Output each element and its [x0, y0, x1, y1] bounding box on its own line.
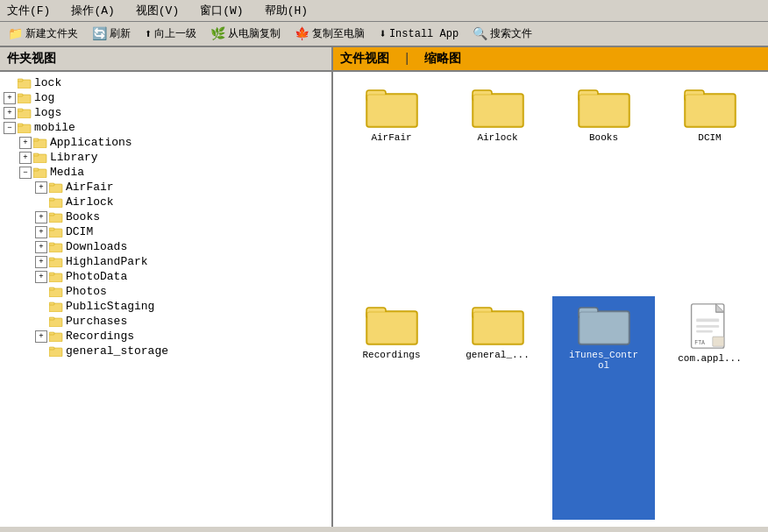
file-item-comappl[interactable]: FTA com.appl...: [658, 296, 761, 521]
refresh-label: 刷新: [110, 26, 131, 41]
svg-rect-7: [18, 124, 23, 126]
tree-item-airfair[interactable]: + AirFair: [0, 180, 331, 195]
folder-tree[interactable]: lock+ log+ logs− mobile+ Applications+ L…: [0, 72, 331, 527]
svg-rect-5: [18, 109, 23, 111]
folder-icon-downloads: [49, 241, 63, 252]
file-view-tab[interactable]: 文件视图: [340, 51, 389, 67]
tree-label-recordings: Recordings: [66, 330, 134, 343]
tree-item-media[interactable]: − Media: [0, 165, 331, 180]
tree-expander-highlandpark[interactable]: +: [35, 256, 47, 268]
tree-item-dcim[interactable]: + DCIM: [0, 224, 331, 239]
file-label-itunescontrol: iTunes_Control: [569, 350, 639, 371]
file-label-airfair: AirFair: [371, 132, 411, 143]
tree-item-lock[interactable]: lock: [0, 75, 331, 90]
file-item-airfair[interactable]: AirFair: [340, 79, 443, 293]
tree-item-highlandpark[interactable]: + HighlandPark: [0, 254, 331, 269]
tree-expander-airfair[interactable]: +: [35, 181, 47, 194]
tree-label-dcim: DCIM: [66, 225, 93, 238]
tree-item-books[interactable]: + Books: [0, 209, 331, 224]
folder-icon-books: [49, 211, 63, 223]
file-item-itunescontrol[interactable]: iTunes_Control: [552, 296, 655, 521]
menu-file[interactable]: 文件(F): [4, 2, 53, 19]
folder-icon-highlandpark: [49, 256, 63, 267]
tree-expander-logs[interactable]: +: [4, 107, 16, 119]
file-item-recordings[interactable]: Recordings: [340, 296, 443, 521]
main-area: 件夹视图 lock+ log+ logs− mobile+ Applicatio…: [0, 47, 768, 527]
file-item-books[interactable]: Books: [552, 79, 655, 293]
tree-label-photos: Photos: [66, 285, 107, 298]
up-level-button[interactable]: ⬆ 向上一级: [140, 25, 201, 43]
search-label: 搜索文件: [490, 26, 532, 41]
file-item-dcim[interactable]: DCIM: [658, 79, 761, 293]
folder-icon-logs: [18, 107, 32, 118]
file-item-general[interactable]: general_...: [446, 296, 549, 521]
install-app-button[interactable]: ⬇ Install App: [374, 25, 463, 43]
new-folder-label: 新建文件夹: [25, 26, 78, 41]
copy-to-pc-button[interactable]: 🍁 复制至电脑: [290, 25, 369, 43]
tree-expander-dcim[interactable]: +: [35, 226, 47, 238]
toolbar: 📁 新建文件夹 🔄 刷新 ⬆ 向上一级 🌿 从电脑复制 🍁 复制至电脑 ⬇ In…: [0, 22, 768, 47]
folder-icon-log: [18, 92, 32, 103]
tree-item-publicstaging[interactable]: PublicStaging: [0, 299, 331, 314]
install-app-label: Install App: [389, 28, 459, 40]
folder-icon-media: [33, 167, 47, 178]
tree-item-recordings[interactable]: + Recordings: [0, 329, 331, 344]
tree-expander-mobile[interactable]: −: [4, 122, 16, 134]
svg-text:FTA: FTA: [694, 340, 705, 346]
tree-item-mobile[interactable]: − mobile: [0, 120, 331, 135]
menu-window[interactable]: 窗口(W): [196, 2, 246, 19]
folder-icon-airfair: [49, 181, 63, 193]
tree-expander-library[interactable]: +: [19, 152, 32, 164]
tree-item-photos[interactable]: Photos: [0, 284, 331, 299]
menu-help[interactable]: 帮助(H): [261, 2, 311, 19]
tree-expander-applications[interactable]: +: [19, 137, 32, 149]
file-icon-comappl: FTA: [688, 302, 732, 350]
search-icon: 🔍: [473, 26, 487, 41]
folder-icon-large-recordings: [366, 302, 418, 346]
tree-item-purchases[interactable]: Purchases: [0, 314, 331, 329]
folder-icon-dcim: [49, 226, 63, 238]
refresh-button[interactable]: 🔄 刷新: [88, 25, 135, 43]
tree-item-airlock[interactable]: Airlock: [0, 195, 331, 209]
file-grid: AirFair Airlock Books DCIM Recordings ge…: [333, 72, 768, 527]
menu-action[interactable]: 操作(A): [68, 2, 117, 19]
tree-label-lock: lock: [34, 76, 61, 89]
tree-expander-books[interactable]: +: [35, 211, 47, 223]
tree-label-logs: logs: [34, 106, 61, 119]
thumb-view-tab[interactable]: 缩略图: [424, 51, 461, 67]
tree-item-logs[interactable]: + logs: [0, 105, 331, 120]
tree-expander-recordings[interactable]: +: [35, 330, 47, 343]
menu-view[interactable]: 视图(V): [132, 2, 182, 19]
tree-label-highlandpark: HighlandPark: [66, 255, 148, 268]
tree-item-downloads[interactable]: + Downloads: [0, 239, 331, 254]
folder-icon-large-dcim: [684, 85, 736, 129]
tree-item-applications[interactable]: + Applications: [0, 135, 331, 150]
tree-expander-downloads[interactable]: +: [35, 241, 47, 253]
tree-item-generalstorage[interactable]: general_storage: [0, 344, 331, 358]
file-panel-header: 文件视图 | 缩略图: [333, 47, 768, 72]
tree-expander-photodata[interactable]: +: [35, 271, 47, 283]
tree-label-airfair: AirFair: [66, 181, 114, 194]
svg-rect-15: [49, 183, 54, 186]
folder-icon-recordings: [49, 330, 63, 342]
tree-label-mobile: mobile: [34, 121, 75, 134]
new-folder-button[interactable]: 📁 新建文件夹: [4, 25, 82, 43]
svg-rect-9: [33, 138, 39, 141]
svg-rect-64: [696, 325, 719, 328]
copy-to-pc-icon: 🍁: [295, 26, 309, 41]
folder-icon-large-general: [472, 302, 524, 346]
svg-rect-29: [49, 287, 54, 290]
tree-label-applications: Applications: [50, 136, 132, 149]
tree-expander-log[interactable]: +: [4, 92, 16, 104]
tree-label-photodata: PhotoData: [66, 270, 127, 283]
file-item-airlock[interactable]: Airlock: [446, 79, 549, 293]
svg-rect-37: [49, 347, 54, 350]
tree-item-photodata[interactable]: + PhotoData: [0, 269, 331, 284]
svg-rect-25: [49, 258, 54, 260]
tree-expander-media[interactable]: −: [19, 167, 32, 179]
tree-item-log[interactable]: + log: [0, 90, 331, 105]
tree-item-library[interactable]: + Library: [0, 150, 331, 165]
file-label-dcim: DCIM: [698, 132, 721, 143]
copy-from-pc-button[interactable]: 🌿 从电脑复制: [206, 25, 285, 43]
search-button[interactable]: 🔍 搜索文件: [468, 25, 537, 43]
